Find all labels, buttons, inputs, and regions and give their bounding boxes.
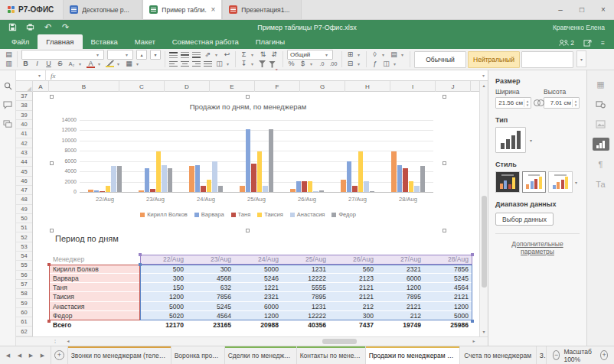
filter-icon[interactable]	[259, 60, 266, 67]
menu-tab[interactable]: Макет	[126, 34, 164, 49]
previous-sheet-icon[interactable]: ◀	[15, 353, 24, 359]
row-header[interactable]: 50	[16, 214, 32, 223]
value-cell[interactable]: 1200	[377, 283, 425, 292]
fill-icon[interactable]: ↧	[240, 60, 248, 68]
row-header[interactable]: 46	[16, 177, 32, 186]
row-header[interactable]: 48	[16, 195, 32, 204]
row-header[interactable]: 45	[16, 167, 32, 176]
bar[interactable]	[352, 186, 358, 192]
value-cell[interactable]: 7895	[283, 292, 330, 301]
copy-icon[interactable]: ▥	[5, 60, 13, 68]
width-input[interactable]: 21.56 см ▴▾	[495, 97, 531, 109]
hamburger-menu-icon[interactable]: ≡	[601, 39, 605, 47]
row-header[interactable]: 52	[16, 232, 32, 242]
scroll-down-icon[interactable]: ▾	[480, 327, 488, 336]
bar[interactable]	[117, 166, 122, 192]
undo-icon[interactable]: ↶	[43, 23, 53, 32]
redo-icon[interactable]: ↷	[60, 23, 70, 32]
borders-button[interactable]: ▦	[125, 60, 133, 68]
bar[interactable]	[88, 190, 93, 192]
named-ranges-button[interactable]: ƒ	[371, 60, 379, 68]
minimize-button[interactable]: –	[550, 0, 571, 19]
value-cell[interactable]: 5000	[425, 311, 472, 320]
row-header[interactable]: 49	[16, 205, 32, 214]
table-row[interactable]: Таня15063212215555212112004564	[49, 283, 472, 292]
last-sheet-icon[interactable]: ▶	[38, 353, 47, 359]
select-data-button[interactable]: Выбор данных	[495, 213, 554, 226]
value-cell[interactable]: 632	[188, 283, 235, 292]
row-header[interactable]: 57	[16, 280, 32, 289]
column-header[interactable]: H	[345, 81, 390, 92]
table-row[interactable]: Варвара3004568524612222212360005245	[49, 274, 472, 283]
value-cell[interactable]: 150	[140, 283, 188, 292]
bar[interactable]	[162, 165, 167, 192]
textart-settings-icon[interactable]: Та	[593, 177, 609, 190]
increase-decimal-button[interactable]: .00	[329, 60, 338, 68]
bar[interactable]	[195, 165, 201, 192]
row-header[interactable]: 39	[16, 111, 32, 120]
value-cell[interactable]: 7856	[188, 292, 235, 301]
highlight-color-button[interactable]	[106, 60, 114, 67]
chart-resize-handle[interactable]	[50, 95, 54, 99]
row-header[interactable]: 56	[16, 271, 32, 280]
image-settings-icon[interactable]	[593, 118, 609, 131]
height-input[interactable]: 7.01 см ▴▾	[544, 97, 580, 109]
chart-style-thumbnail[interactable]	[548, 171, 573, 193]
next-sheet-icon[interactable]: ▶	[26, 353, 36, 359]
zoom-in-icon[interactable]: +	[600, 350, 608, 360]
vertical-scrollbar[interactable]: ▴ ▾	[479, 81, 488, 336]
row-header[interactable]: 37	[16, 92, 32, 101]
merge-cells-button[interactable]: ◫	[215, 60, 224, 68]
bar[interactable]	[420, 166, 426, 192]
column-header[interactable]: G	[300, 81, 345, 92]
range-handle[interactable]	[471, 253, 474, 256]
value-cell[interactable]: 5246	[235, 274, 283, 283]
percent-style-button[interactable]: %	[287, 60, 296, 68]
tab-resize-grip[interactable]: ⁞	[54, 339, 60, 345]
value-cell[interactable]: 300	[140, 274, 188, 283]
align-top-button[interactable]	[169, 52, 178, 58]
manager-name-cell[interactable]: Варвара	[49, 274, 140, 283]
align-right-button[interactable]	[192, 61, 201, 67]
align-left-button[interactable]	[169, 61, 178, 67]
row-header[interactable]: 43	[16, 148, 32, 158]
font-name-select[interactable]: ▾	[21, 50, 104, 60]
shape-settings-icon[interactable]	[593, 98, 609, 111]
row-header[interactable]: 61	[16, 317, 32, 327]
column-header[interactable]: A	[33, 81, 49, 92]
align-middle-button[interactable]	[181, 52, 189, 58]
value-cell[interactable]: 212	[377, 311, 425, 320]
menu-tab[interactable]: Совместная работа	[164, 34, 247, 49]
clear-button[interactable]: ◊	[371, 50, 379, 59]
keep-ratio-icon[interactable]	[534, 99, 541, 106]
value-cell[interactable]: 6000	[235, 302, 283, 311]
row-header[interactable]: 53	[16, 242, 32, 252]
font-size-select[interactable]: ▾	[107, 50, 133, 60]
chart-style-chevron-icon[interactable]: ▾	[575, 180, 580, 185]
value-cell[interactable]: 500	[140, 265, 188, 274]
align-justify-button[interactable]	[204, 61, 212, 67]
comments-icon[interactable]	[3, 100, 13, 110]
currency-style-button[interactable]: $	[299, 60, 307, 68]
sheet-tab[interactable]: Продажи по менеджерам за неделю	[366, 346, 460, 364]
bar[interactable]	[139, 190, 144, 192]
manager-name-cell[interactable]: Анастасия	[49, 302, 140, 311]
bar[interactable]	[391, 151, 397, 192]
range-handle[interactable]	[47, 320, 51, 323]
advanced-settings-link[interactable]: Дополнительные параметры	[511, 240, 563, 255]
row-header[interactable]: 41	[16, 129, 32, 138]
sheet-tab[interactable]: Звонки по менеджерам (телефони)	[68, 346, 171, 364]
range-handle[interactable]	[139, 253, 142, 256]
row-header[interactable]: 47	[16, 186, 32, 195]
paragraph-settings-icon[interactable]: ¶	[593, 158, 609, 171]
value-cell[interactable]: 2321	[377, 265, 425, 274]
sheet-tab[interactable]: Контакты по менеджерам	[297, 346, 366, 364]
column-header[interactable]: B	[49, 81, 119, 92]
chart-type-button[interactable]	[495, 127, 526, 153]
document-tab[interactable]: Пример табли...×	[142, 0, 222, 19]
value-cell[interactable]: 5245	[188, 302, 235, 311]
bar[interactable]	[100, 191, 105, 192]
scroll-left-icon[interactable]: ◂	[64, 337, 73, 346]
table-settings-icon[interactable]: ▦	[593, 78, 609, 91]
chart-style-thumbnail[interactable]	[495, 171, 520, 193]
